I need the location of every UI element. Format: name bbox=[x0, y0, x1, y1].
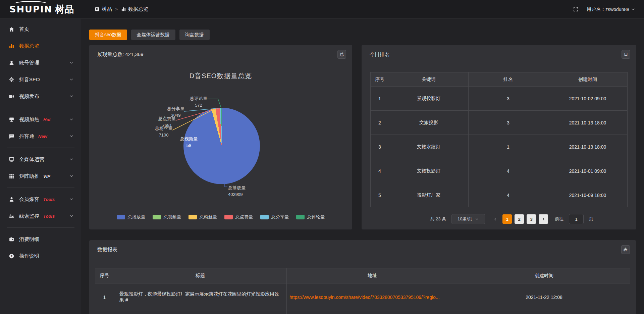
sidebar-item-badge: Hot bbox=[43, 117, 51, 122]
app-square-icon bbox=[95, 7, 100, 12]
table-cell: 3 bbox=[469, 111, 548, 135]
legend-color-chip bbox=[117, 215, 125, 219]
ranking-table-header: 序号关键词排名创建时间 bbox=[371, 72, 628, 87]
main-content: 抖音seo数据全媒体运营数据询盘数据 展现量总数: 421,369 总 D音SE… bbox=[81, 19, 644, 314]
legend-item-总播放量[interactable]: 总播放量 bbox=[117, 214, 145, 220]
column-header: 排名 bbox=[469, 72, 548, 87]
sidebar-item-home[interactable]: 首页 bbox=[0, 21, 81, 38]
column-header: 创建时间 bbox=[548, 72, 628, 87]
sidebar-item-sliders[interactable]: 线索监控Tools bbox=[0, 208, 81, 224]
legend-item-总点赞量[interactable]: 总点赞量 bbox=[224, 214, 253, 220]
sidebar-item-label: 线索监控 bbox=[19, 213, 39, 219]
ranking-badge-button[interactable]: 日 bbox=[622, 50, 630, 59]
sidebar-item-chat[interactable]: 抖客通New bbox=[0, 128, 81, 145]
prev-page-button[interactable] bbox=[491, 214, 500, 224]
ranking-panel: 今日排名 日 序号关键词排名创建时间 1景观投影灯32021-10-02 09:… bbox=[362, 45, 636, 229]
table-cell: 3 bbox=[469, 87, 548, 111]
sidebar-item-video[interactable]: 视频发布 bbox=[0, 88, 81, 105]
table-cell: 文旅投影 bbox=[389, 111, 469, 135]
pie-label-fans: 总粉丝量 7100 bbox=[155, 125, 172, 139]
chart-legend: 总播放量总视频量总粉丝量总点赞量总分享量总评论量 bbox=[89, 214, 352, 220]
report-table-header: 序号标题地址创建时间 bbox=[95, 268, 630, 283]
table-row: 3文旅水纹灯12021-10-13 18:00 bbox=[371, 135, 628, 159]
tab-全媒体运营数据[interactable]: 全媒体运营数据 bbox=[131, 30, 175, 40]
chevron-down-icon bbox=[69, 214, 74, 218]
sidebar-item-monitor[interactable]: 全媒体运营 bbox=[0, 151, 81, 168]
legend-color-chip bbox=[296, 215, 305, 219]
table-cell: 4 bbox=[469, 183, 548, 207]
sidebar-item-question[interactable]: ?操作说明 bbox=[0, 248, 81, 264]
sidebar-item-label: 账号管理 bbox=[19, 60, 39, 66]
sidebar-item-label: 抖音SEO bbox=[19, 76, 40, 83]
table-cell: 1 bbox=[469, 135, 548, 159]
member-icon bbox=[9, 197, 14, 202]
sidebar-divider bbox=[7, 108, 74, 108]
column-header: 创建时间 bbox=[458, 268, 630, 283]
sidebar-item-chart[interactable]: 数据总览 bbox=[0, 38, 81, 54]
breadcrumb-root[interactable]: 树品 bbox=[95, 6, 112, 12]
sidebar-item-label: 视频加热 bbox=[19, 116, 39, 123]
legend-item-总粉丝量[interactable]: 总粉丝量 bbox=[189, 214, 217, 220]
sidebar-item-wallet[interactable]: 消费明细 bbox=[0, 231, 81, 248]
username-value: zswodun88 bbox=[605, 7, 629, 12]
overview-panel-title: 展现量总数: 421,369 bbox=[97, 51, 144, 58]
legend-item-总分享量[interactable]: 总分享量 bbox=[260, 214, 289, 220]
top-header: SHUPIN 树品 树品 > 数据总览 用户名： zswodun88 bbox=[0, 0, 644, 19]
sidebar-item-badge: Tools bbox=[43, 214, 55, 219]
video-link[interactable]: https://www.iesdouyin.com/share/video/70… bbox=[287, 283, 458, 311]
ranking-table: 序号关键词排名创建时间 1景观投影灯32021-10-02 09:002文旅投影… bbox=[370, 72, 628, 207]
bar-chart-icon bbox=[121, 7, 126, 12]
page-button-3[interactable]: 3 bbox=[527, 214, 536, 224]
panels-row: 展现量总数: 421,369 总 D音SEO数据量总览 总评论量 572 bbox=[89, 45, 636, 229]
chevron-down-icon bbox=[631, 7, 635, 11]
legend-label: 总分享量 bbox=[271, 214, 289, 220]
tab-抖音seo数据[interactable]: 抖音seo数据 bbox=[89, 30, 127, 40]
chart-title: D音SEO数据量总览 bbox=[89, 71, 352, 81]
page-unit-label: 页 bbox=[589, 216, 593, 222]
table-cell: 景观投影灯 bbox=[389, 87, 469, 111]
grid-icon bbox=[9, 173, 14, 179]
created-time-cell: 2021-11-22 12:08 bbox=[458, 283, 630, 311]
legend-color-chip bbox=[224, 215, 233, 219]
chart-icon bbox=[9, 43, 14, 49]
legend-item-总视频量[interactable]: 总视频量 bbox=[153, 214, 181, 220]
table-cell: 2021-10-13 18:00 bbox=[548, 111, 628, 135]
table-cell: 2021-10-01 09:00 bbox=[548, 159, 628, 183]
sidebar: 首页数据总览账号管理抖音SEO视频发布视频加热Hot抖客通New全媒体运营矩阵助… bbox=[0, 19, 81, 314]
page-button-1[interactable]: 1 bbox=[502, 214, 512, 224]
logo: SHUPIN 树品 bbox=[9, 3, 74, 16]
table-cell: 3 bbox=[371, 135, 389, 159]
sidebar-nav: 首页数据总览账号管理抖音SEO视频发布视频加热Hot抖客通New全媒体运营矩阵助… bbox=[0, 21, 81, 264]
goto-page-input[interactable] bbox=[569, 214, 584, 224]
sidebar-item-member[interactable]: 会员爆客Tools bbox=[0, 191, 81, 208]
legend-label: 总粉丝量 bbox=[200, 214, 217, 220]
report-table: 序号标题地址创建时间 1景观投影灯，夜游景观投影灯厂家展示展示落花灯在花园里的灯… bbox=[95, 268, 630, 314]
overview-badge-button[interactable]: 总 bbox=[337, 50, 346, 59]
sidebar-divider bbox=[7, 188, 74, 188]
tab-询盘数据[interactable]: 询盘数据 bbox=[179, 30, 210, 40]
table-cell: 1 bbox=[371, 87, 389, 111]
column-header: 序号 bbox=[95, 268, 114, 283]
chevron-down-icon bbox=[69, 77, 74, 82]
sidebar-item-user[interactable]: 账号管理 bbox=[0, 54, 81, 71]
video-title-cell: 景观投影灯，夜游景观投影灯厂家展示展示落花灯在花园里的灯光投影应用效果 # bbox=[114, 283, 287, 311]
sidebar-item-label: 首页 bbox=[19, 26, 29, 33]
sidebar-item-grid[interactable]: 矩阵助推VIP bbox=[0, 168, 81, 185]
table-row: 1景观投影灯，夜游景观投影灯厂家展示展示落花灯在花园里的灯光投影应用效果 #ht… bbox=[95, 283, 630, 311]
chevron-down-icon bbox=[69, 94, 74, 99]
table-row: 1景观投影灯32021-10-02 09:00 bbox=[371, 87, 628, 111]
fullscreen-icon[interactable] bbox=[573, 6, 579, 12]
sidebar-item-gear[interactable]: 抖音SEO bbox=[0, 71, 81, 88]
report-badge-button[interactable]: 表 bbox=[621, 245, 630, 254]
legend-item-总评论量[interactable]: 总评论量 bbox=[296, 214, 325, 220]
sidebar-item-heat[interactable]: 视频加热Hot bbox=[0, 111, 81, 128]
page-button-2[interactable]: 2 bbox=[515, 214, 524, 224]
breadcrumb-current[interactable]: 数据总览 bbox=[121, 6, 148, 12]
pie-chart-area: D音SEO数据量总览 总评论量 572 总分享量 3049 bbox=[89, 64, 352, 229]
tab-bar: 抖音seo数据全媒体运营数据询盘数据 bbox=[89, 30, 636, 40]
heat-icon bbox=[9, 117, 14, 122]
sliders-icon bbox=[9, 213, 14, 219]
next-page-button[interactable] bbox=[539, 214, 548, 224]
page-size-select[interactable]: 10条/页 bbox=[451, 214, 485, 224]
user-menu[interactable]: 用户名： zswodun88 bbox=[587, 6, 635, 12]
